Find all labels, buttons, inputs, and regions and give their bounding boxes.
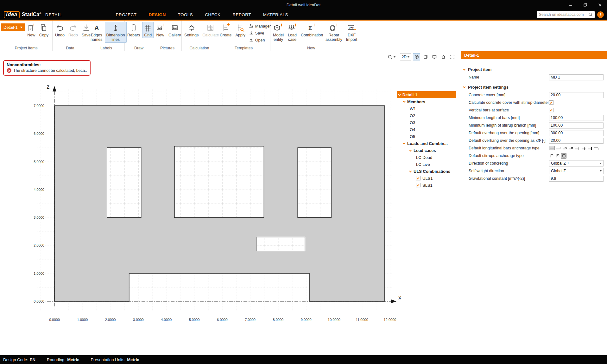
load-case-button[interactable]: Load case [286,22,299,43]
views-stack-button[interactable] [422,53,429,60]
min-bar-length-input[interactable] [549,115,604,121]
tree-item-lc-dead[interactable]: LC Dead [397,154,456,161]
drawing-canvas[interactable]: Z X 7.0000 6.0000 5.0000 4.0000 3.0000 2… [0,51,461,355]
x-tick: 7.0000 [245,318,256,322]
dxf-import-button[interactable]: DXF DXF Import [345,22,359,43]
property-row-overhang-mm: Default overhang over the opening [mm] [461,129,607,137]
concrete-cover-input[interactable] [549,92,604,98]
calc-cover-checkbox[interactable] [549,100,553,105]
presentation-button[interactable] [431,53,438,60]
tree-item-o4[interactable]: O4 [397,126,456,133]
sls1-checkbox[interactable] [416,183,420,187]
property-row-calc-cover: Calculate concrete cover with stirrup di… [461,99,607,106]
tab-project[interactable]: PROJECT [110,9,143,20]
rebars-button[interactable]: Rebars [126,22,142,38]
chevron-down-icon [20,27,22,28]
anchorage-hook-icon[interactable] [562,146,567,150]
home-view-button[interactable] [439,53,447,60]
statusbar: Design Code: EN Rounding: Metric Present… [0,355,607,364]
stirrup-anchorage-closed-icon[interactable] [561,153,566,159]
zoom-tool-button[interactable] [387,53,396,60]
tree-item-detail[interactable]: Detail-1 [397,91,456,98]
dimension-lines-button[interactable]: Dimension lines [105,22,127,43]
anchorage-bend-down-icon[interactable] [593,146,599,150]
gallery-button[interactable]: Gallery [167,22,183,38]
anchorage-t-end-icon[interactable] [574,146,580,150]
group-calculation: Settings Calculate Calculation [182,21,217,51]
property-row-min-stirrup-length: Minimum length of stirrup branch [mm] [461,122,607,129]
anchorage-straight-icon[interactable] [549,146,555,150]
tab-check[interactable]: CHECK [199,9,226,20]
section-project-item-settings[interactable]: Project item settings [461,83,607,91]
undo-icon [56,23,64,33]
tab-tools[interactable]: TOOLS [172,9,199,20]
load-arrows-icon [288,23,297,33]
tab-design[interactable]: DESIGN [142,9,172,20]
self-weight-direction-select[interactable]: Global Z - [549,168,604,174]
z-tick: 2.0000 [34,243,44,247]
template-save-button[interactable]: Save [248,30,272,36]
tree-item-uls1[interactable]: ULS1 [397,175,456,182]
section-project-item[interactable]: Project item [461,65,607,73]
close-icon[interactable] [592,0,607,9]
uls1-checkbox[interactable] [416,176,420,180]
dxf-icon: DXF [347,23,357,33]
tree-item-lc-live[interactable]: LC Live [397,161,456,168]
anchorage-loop-icon[interactable] [568,146,574,150]
gallery-icon [171,23,179,33]
detail-selector[interactable]: Detail-1 [1,23,25,31]
vertical-bars-checkbox[interactable] [549,108,553,112]
new-picture-button[interactable]: New [154,22,166,38]
tree-item-uls-combinations[interactable]: ULS Combinations [397,168,456,175]
template-manager-button[interactable]: Manager [248,23,272,29]
overhang-mm-input[interactable] [549,130,604,136]
tree-item-members[interactable]: Members [397,98,456,105]
anchorage-plate-icon[interactable] [587,146,593,150]
name-input[interactable] [549,74,604,80]
apply-template-button[interactable]: Apply [234,22,247,38]
combination-button[interactable]: Σ Combination [299,22,323,38]
gravity-input[interactable] [549,176,604,182]
new-project-item-button[interactable]: New [26,22,37,38]
restore-icon[interactable] [578,0,592,9]
concreting-direction-select[interactable]: Global Z + [549,160,604,166]
calculator-icon [206,23,215,33]
z-tick: 3.0000 [34,216,44,219]
tree-item-o5[interactable]: O5 [397,133,456,140]
anchorage-bend-up-icon[interactable] [555,146,561,150]
undo-button[interactable]: Undo [54,22,66,38]
chevron-down-icon [600,163,602,164]
create-template-button[interactable]: Create [218,22,233,38]
product-name: DETAIL [45,12,62,17]
template-open-button[interactable]: Open [248,37,272,43]
overhang-xd-input[interactable] [549,138,604,144]
tree-item-loads[interactable]: Loads and Combin... [397,140,456,147]
redo-icon [69,23,77,33]
stirrup-anchorage-open-icon[interactable] [555,153,560,159]
property-row-name: Name [461,73,607,81]
stirrup-anchorage-hook-icon[interactable] [549,153,554,159]
grid-button[interactable]: Grid [142,22,154,38]
copy-project-item-button[interactable]: Copy [38,22,50,38]
tree-item-o3[interactable]: O3 [397,119,456,126]
rebar-assembly-button[interactable]: Rebar assembly [324,22,344,43]
nonconformities-alert[interactable]: Nonconformities: The structure cannot be… [3,60,91,76]
tree-item-w1[interactable]: W1 [397,105,456,112]
axonometry-toggle[interactable] [413,53,420,60]
chevron-down-icon [403,100,405,103]
tree-item-o2[interactable]: O2 [397,112,456,119]
edges-names-button[interactable]: A Edges names [89,22,104,43]
search-input[interactable] [539,12,588,17]
tree-item-sls1[interactable]: SLS1 [397,182,456,189]
model-entity-button[interactable]: Model entity [271,22,285,43]
zoom-fit-button[interactable] [448,53,456,60]
tab-materials[interactable]: MATERIALS [257,9,294,20]
tree-item-load-cases[interactable]: Load cases [397,147,456,154]
anchorage-welded-cross-icon[interactable] [581,146,586,150]
view-mode-dropdown[interactable]: 2D [400,53,411,60]
settings-button[interactable]: Settings [183,22,200,38]
tab-report[interactable]: REPORT [226,9,257,20]
minimize-icon[interactable] [563,0,578,9]
min-stirrup-length-input[interactable] [549,122,604,129]
help-icon[interactable]: ! [597,11,604,18]
